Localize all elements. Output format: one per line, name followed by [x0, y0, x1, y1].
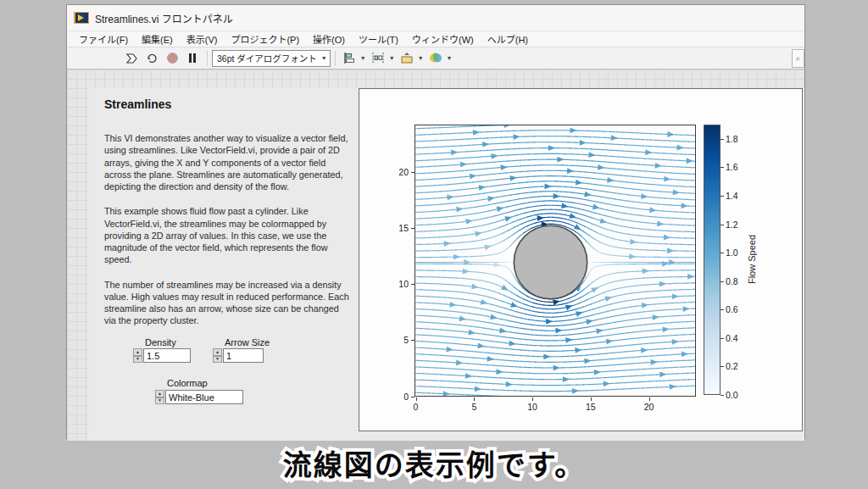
colormap-input[interactable]: [165, 390, 243, 404]
menu-item-4[interactable]: 操作(O): [306, 31, 352, 47]
colormap-spinner[interactable]: ▲ ▼: [155, 390, 164, 404]
toolbar-separator: [207, 51, 208, 66]
colorbar-tick: [721, 139, 724, 140]
caption-text: 流線図の表示例です。: [0, 442, 868, 484]
run-button[interactable]: [122, 49, 141, 67]
pause-button[interactable]: [183, 49, 202, 67]
increment-icon[interactable]: ▲: [155, 390, 164, 397]
colorbar-tick-label: 1.2: [726, 219, 738, 230]
menu-item-1[interactable]: 編集(E): [135, 31, 180, 47]
density-input[interactable]: [143, 348, 191, 363]
y-tick-label: 10: [387, 279, 409, 289]
align-objects-button[interactable]: ▼: [342, 52, 366, 64]
plot-axes: [415, 125, 696, 397]
front-panel: Streamlines This VI demonstrates another…: [67, 69, 804, 441]
font-selector[interactable]: 36pt ダイアログフォント ▼: [212, 50, 331, 67]
description-block: Streamlines This VI demonstrates another…: [104, 97, 352, 340]
chevron-down-icon: ▼: [389, 55, 395, 61]
colorbar: [704, 125, 721, 395]
y-tick: [411, 228, 415, 229]
y-tick: [411, 397, 415, 397]
arrow-size-input[interactable]: [223, 348, 264, 363]
y-tick-label: 0: [387, 392, 409, 402]
x-tick-label: 15: [586, 402, 596, 412]
labview-window: Streamlines.vi フロントパネル ファイル(F)編集(E)表示(V)…: [66, 4, 805, 439]
colorbar-tick-label: 0.2: [726, 361, 738, 371]
font-selector-value: 36pt ダイアログフォント: [217, 52, 317, 64]
arrow-size-control: ▲ ▼: [213, 348, 264, 363]
x-tick: [474, 397, 475, 401]
colorbar-tick: [721, 225, 724, 225]
colorbar-tick: [721, 309, 724, 310]
description-paragraph: The number of streamlines may be increas…: [104, 279, 352, 327]
caption-area: 流線図の表示例です。 流線図の表示例です。: [0, 442, 868, 489]
x-tick-label: 0: [414, 402, 419, 412]
colorbar-tick-label: 0.8: [726, 276, 738, 286]
y-tick: [411, 284, 415, 285]
density-control: ▲ ▼: [133, 348, 191, 363]
colorbar-tick: [721, 338, 724, 339]
search-button-clipped[interactable]: ⌕: [792, 49, 804, 68]
menu-item-6[interactable]: ウィンドウ(W): [405, 31, 481, 47]
colorbar-tick-label: 1.8: [726, 134, 738, 144]
streamlines-svg: [415, 125, 695, 396]
description-paragraph: This VI demonstrates another way to visu…: [104, 132, 352, 192]
search-icon: ⌕: [796, 53, 801, 64]
density-spinner[interactable]: ▲ ▼: [133, 348, 142, 363]
decrement-icon[interactable]: ▼: [213, 356, 222, 364]
x-tick-label: 20: [644, 402, 654, 412]
colorbar-tick: [721, 253, 724, 253]
run-continuous-icon: [146, 53, 159, 64]
colorbar-tick-label: 1.6: [726, 162, 738, 172]
chevron-down-icon: ▼: [360, 55, 366, 61]
colorbar-tick-label: 1.0: [726, 247, 738, 258]
abort-button[interactable]: [163, 49, 181, 67]
toolbar-separator: [335, 51, 336, 66]
reorder-objects-button[interactable]: ▼: [429, 52, 453, 64]
y-tick: [411, 172, 415, 173]
colorbar-tick-label: 0.4: [726, 333, 738, 343]
decrement-icon[interactable]: ▼: [155, 397, 164, 405]
menu-bar: ファイル(F)編集(E)表示(V)プロジェクト(P)操作(O)ツール(T)ウィン…: [67, 31, 804, 47]
menu-item-5[interactable]: ツール(T): [352, 31, 405, 47]
description-paragraph: This example shows fluid flow past a cyl…: [104, 205, 352, 265]
labview-vi-icon: [74, 12, 89, 24]
run-continuously-button[interactable]: [142, 49, 161, 67]
increment-icon[interactable]: ▲: [213, 348, 222, 356]
streamline-plot-container: 0.00.20.40.60.81.01.21.41.61.8 Flow Spee…: [359, 88, 803, 431]
colorbar-axis-label: Flow Speed: [745, 125, 759, 395]
menu-item-0[interactable]: ファイル(F): [72, 31, 135, 47]
y-tick-label: 20: [387, 167, 409, 177]
toolbar: 36pt ダイアログフォント ▼ ▼ ▼: [67, 47, 804, 69]
colorbar-tick: [721, 196, 724, 197]
x-tick: [532, 397, 533, 401]
title-bar[interactable]: Streamlines.vi フロントパネル: [67, 5, 804, 31]
align-objects-icon: [342, 52, 356, 64]
x-tick: [416, 397, 417, 401]
x-tick: [649, 397, 650, 401]
distribute-objects-button[interactable]: ▼: [371, 52, 395, 64]
resize-objects-button[interactable]: ▼: [400, 52, 424, 64]
y-tick-label: 15: [387, 223, 409, 233]
window-title: Streamlines.vi フロントパネル: [95, 11, 233, 25]
menu-item-3[interactable]: プロジェクト(P): [224, 31, 306, 47]
menu-item-7[interactable]: ヘルプ(H): [481, 31, 535, 47]
arrow-size-spinner[interactable]: ▲ ▼: [213, 348, 222, 363]
abort-icon: [167, 53, 178, 64]
colormap-control: ▲ ▼: [155, 390, 243, 404]
screenshot-root: Streamlines.vi フロントパネル ファイル(F)編集(E)表示(V)…: [0, 0, 868, 489]
resize-objects-icon: [400, 52, 414, 64]
arrow-size-label: Arrow Size: [225, 337, 270, 347]
y-tick-label: 5: [387, 335, 409, 345]
increment-icon[interactable]: ▲: [133, 348, 142, 356]
decrement-icon[interactable]: ▼: [133, 356, 142, 364]
colorbar-tick: [721, 167, 724, 168]
distribute-objects-icon: [371, 52, 385, 64]
colormap-label: Colormap: [167, 378, 208, 388]
chevron-down-icon: ▼: [447, 55, 453, 61]
x-tick: [591, 397, 592, 401]
menu-item-2[interactable]: 表示(V): [180, 31, 225, 47]
colorbar-tick-label: 0.0: [726, 390, 738, 400]
cylinder: [514, 225, 587, 298]
density-label: Density: [145, 337, 176, 347]
